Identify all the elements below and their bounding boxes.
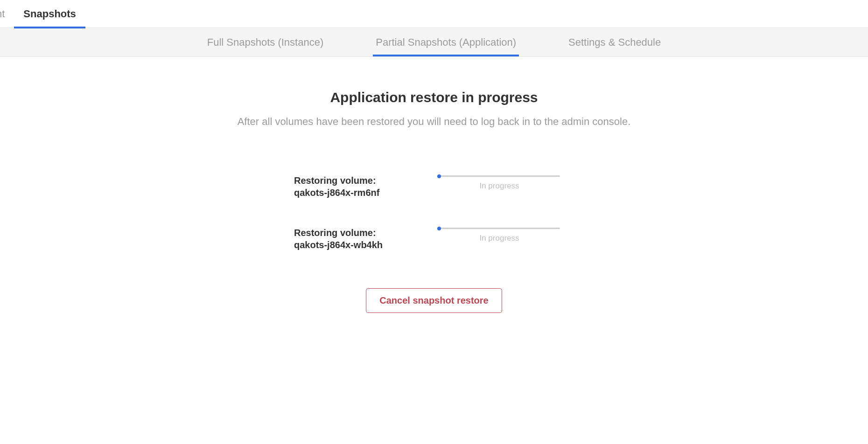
progress-block: In progress [439,174,574,191]
restore-row: Restoring volume: qakots-j864x-rm6nf In … [294,174,574,199]
main-content: Application restore in progress After al… [201,57,667,313]
sub-tab-settings-schedule[interactable]: Settings & Schedule [566,28,664,56]
progress-block: In progress [439,227,574,243]
top-tab-previous[interactable]: nt [0,0,14,28]
sub-tab-bar: Full Snapshots (Instance) Partial Snapsh… [0,28,868,57]
restore-volume-name: qakots-j864x-rm6nf [294,187,406,199]
page-title: Application restore in progress [201,90,667,105]
restore-label-prefix: Restoring volume: [294,174,406,187]
progress-status-text: In progress [439,181,560,191]
restore-label: Restoring volume: qakots-j864x-rm6nf [294,174,406,199]
top-tab-bar: nt Snapshots [0,0,868,28]
progress-bar [439,175,560,177]
restore-label: Restoring volume: qakots-j864x-wb4kh [294,227,406,251]
cancel-restore-button[interactable]: Cancel snapshot restore [366,288,502,313]
progress-indicator-dot [437,174,441,178]
progress-indicator-dot [437,227,441,230]
progress-bar [439,228,560,229]
progress-status-text: In progress [439,234,560,243]
page-subtitle: After all volumes have been restored you… [201,116,667,128]
restore-volume-name: qakots-j864x-wb4kh [294,239,406,251]
restore-list: Restoring volume: qakots-j864x-rm6nf In … [201,174,667,251]
restore-row: Restoring volume: qakots-j864x-wb4kh In … [294,227,574,251]
restore-label-prefix: Restoring volume: [294,227,406,239]
top-tab-snapshots[interactable]: Snapshots [14,0,85,28]
sub-tab-full-snapshots[interactable]: Full Snapshots (Instance) [204,28,326,56]
sub-tab-partial-snapshots[interactable]: Partial Snapshots (Application) [373,28,519,56]
